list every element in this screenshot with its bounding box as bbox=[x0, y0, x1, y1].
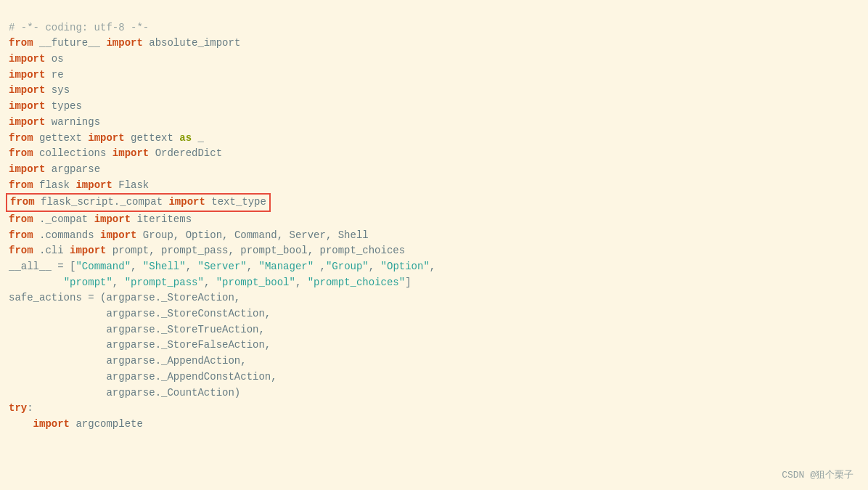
code-line: import re bbox=[9, 68, 859, 83]
code-line: argparse._StoreTrueAction, bbox=[9, 322, 859, 338]
code-editor: # -*- coding: utf-8 -*-from __future__ i… bbox=[0, 0, 868, 437]
code-line: import argcomplete bbox=[9, 417, 859, 433]
code-line: from .cli import prompt, prompt_pass, pr… bbox=[9, 243, 859, 259]
code-line: from .commands import Group, Option, Com… bbox=[9, 228, 859, 244]
code-line: from collections import OrderedDict bbox=[9, 146, 859, 162]
code-line: safe_actions = (argparse._StoreAction, bbox=[9, 290, 859, 306]
highlighted-code-line: from flask_script._compat import text_ty… bbox=[6, 193, 271, 212]
code-line: from flask_script._compat import text_ty… bbox=[9, 193, 859, 212]
code-line: argparse._StoreFalseAction, bbox=[9, 338, 859, 354]
code-line: argparse._AppendAction, bbox=[9, 354, 859, 369]
code-line: argparse._CountAction) bbox=[9, 385, 859, 401]
code-line: try: bbox=[9, 401, 859, 417]
code-line: argparse._StoreConstAction, bbox=[9, 306, 859, 322]
code-line: argparse._AppendConstAction, bbox=[9, 369, 859, 385]
code-line: # -*- coding: utf-8 -*- bbox=[9, 20, 859, 36]
code-line: from ._compat import iteritems bbox=[9, 212, 859, 228]
code-line: import os bbox=[9, 52, 859, 68]
code-line: import types bbox=[9, 99, 859, 115]
code-line: import argparse bbox=[9, 162, 859, 178]
code-line: import sys bbox=[9, 83, 859, 99]
code-line: __all__ = ["Command", "Shell", "Server",… bbox=[9, 259, 859, 275]
code-line: import warnings bbox=[9, 115, 859, 131]
code-line: "prompt", "prompt_pass", "prompt_bool", … bbox=[9, 275, 859, 291]
watermark: CSDN @狙个栗子 bbox=[782, 468, 853, 483]
code-line: from gettext import gettext as _ bbox=[9, 131, 859, 147]
code-line: from flask import Flask bbox=[9, 178, 859, 194]
code-line: from __future__ import absolute_import bbox=[9, 36, 859, 52]
